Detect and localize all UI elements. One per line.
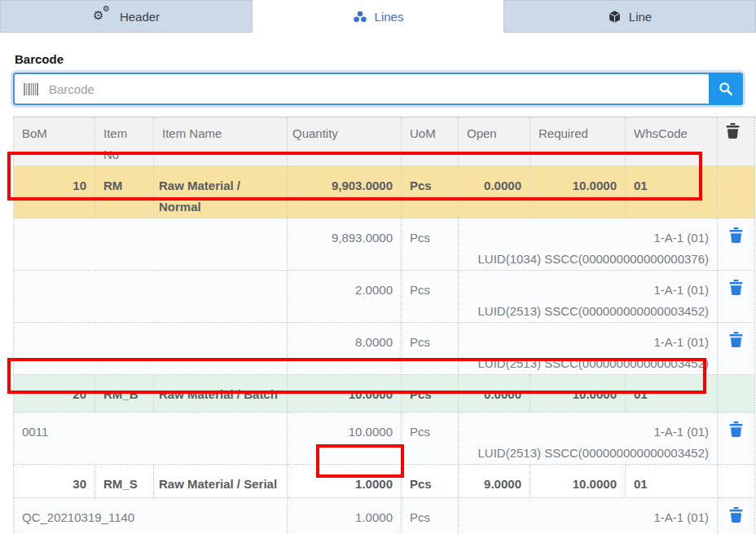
table-body: 10RMRaw Material / Normal9,903.0000Pcs0.… xyxy=(14,166,755,534)
bin-location: 1-A-1 (01) xyxy=(467,507,709,528)
cell-location: 1-A-1 (01)LUID(2513) SSCC(00000000000000… xyxy=(459,271,718,323)
cell-uom: Pcs xyxy=(402,465,459,498)
cell-whscode: 01 xyxy=(626,465,718,498)
cell-uom: Pcs xyxy=(402,218,459,271)
cell-required: 10.0000 xyxy=(530,375,626,413)
bin-location: 1-A-1 (01) xyxy=(467,332,709,353)
cell-item-no: RM xyxy=(95,166,154,218)
tab-lines[interactable]: Lines xyxy=(253,0,503,33)
col-quantity: Quantity xyxy=(288,117,402,166)
cell-uom: Pcs xyxy=(402,413,459,465)
cell-quantity: 9,893.0000 xyxy=(288,218,402,271)
cell-item-name: Raw Material / Normal xyxy=(154,166,288,218)
cell-item-no: RM_S xyxy=(95,465,154,498)
cell-batch-serial-ref: QC_20210319_1140 xyxy=(14,498,288,534)
cell-actions xyxy=(718,271,755,323)
allocation-row[interactable]: 9,893.0000Pcs1-A-1 (01)LUID(1034) SSCC(0… xyxy=(14,218,755,271)
luid-sscc: LUID(2156) SSCC(000000000000001380) xyxy=(467,528,709,534)
trash-icon[interactable] xyxy=(729,507,743,523)
cell-item-no: RM_B xyxy=(95,375,154,413)
trash-icon[interactable] xyxy=(729,227,743,243)
cell-open: 0.0000 xyxy=(459,375,530,413)
col-bom: BoM xyxy=(14,117,95,166)
cell-uom: Pcs xyxy=(402,323,459,375)
luid-sscc: LUID(2513) SSCC(000000000000003452) xyxy=(467,353,709,374)
table-header-row: BoM Item No Item Name Quantity UoM Open … xyxy=(14,117,755,166)
tab-header-label: Header xyxy=(120,10,160,24)
cell-uom: Pcs xyxy=(402,166,459,218)
cubes-icon xyxy=(353,10,367,24)
cell-quantity: 10.0000 xyxy=(288,413,402,465)
barcode-section: Barcode xyxy=(0,52,756,105)
cell-location: 1-A-1 (01)LUID(1034) SSCC(00000000000000… xyxy=(459,218,718,271)
luid-sscc: LUID(2513) SSCC(000000000000003452) xyxy=(467,443,709,464)
cell-location: 1-A-1 (01)LUID(2513) SSCC(00000000000000… xyxy=(459,413,718,465)
trash-icon[interactable] xyxy=(729,280,743,295)
cell-batch-serial-ref xyxy=(14,271,288,323)
gears-icon: ⚙︎⚙︎ xyxy=(93,8,112,24)
cell-actions xyxy=(718,498,755,534)
cell-uom: Pcs xyxy=(402,375,459,413)
col-required: Required xyxy=(530,117,626,166)
cell-bom: 30 xyxy=(14,465,95,498)
cell-batch-serial-ref xyxy=(14,323,288,375)
trash-icon[interactable] xyxy=(729,332,743,347)
item-row[interactable]: 10RMRaw Material / Normal9,903.0000Pcs0.… xyxy=(14,166,755,218)
lines-table: BoM Item No Item Name Quantity UoM Open … xyxy=(13,117,755,534)
allocation-row[interactable]: QC_20210319_11401.0000Pcs1-A-1 (01)LUID(… xyxy=(14,498,755,534)
bin-location: 1-A-1 (01) xyxy=(467,227,709,249)
trash-icon[interactable] xyxy=(729,421,743,437)
cell-quantity: 10.0000 xyxy=(288,375,402,413)
barcode-input-group xyxy=(13,73,743,105)
cell-location: 1-A-1 (01)LUID(2156) SSCC(00000000000000… xyxy=(459,498,718,534)
cell-bom: 20 xyxy=(14,375,95,413)
cell-actions xyxy=(718,375,755,413)
cell-uom: Pcs xyxy=(402,498,459,534)
cell-actions xyxy=(718,323,755,375)
cube-icon xyxy=(608,10,622,24)
page: ⚙︎⚙︎ Header Lines Line Barcode xyxy=(0,0,756,534)
search-icon xyxy=(719,82,733,96)
item-row[interactable]: 20RM_BRaw Material / Batch10.0000Pcs0.00… xyxy=(14,375,755,413)
barcode-input[interactable] xyxy=(13,73,743,105)
cell-actions xyxy=(718,218,755,271)
search-button[interactable] xyxy=(709,73,743,105)
cell-batch-serial-ref: 0011 xyxy=(14,413,288,465)
allocation-row[interactable]: 2.0000Pcs1-A-1 (01)LUID(2513) SSCC(00000… xyxy=(14,271,755,323)
cell-quantity: 1.0000 xyxy=(288,498,402,534)
item-row[interactable]: 30RM_SRaw Material / Serial1.0000Pcs9.00… xyxy=(14,465,755,498)
bin-location: 1-A-1 (01) xyxy=(467,421,709,443)
allocation-row[interactable]: 8.0000Pcs1-A-1 (01)LUID(2513) SSCC(00000… xyxy=(14,323,755,375)
cell-location: 1-A-1 (01)LUID(2513) SSCC(00000000000000… xyxy=(459,323,718,375)
col-uom: UoM xyxy=(402,117,459,166)
cell-actions xyxy=(718,166,755,218)
cell-bom: 10 xyxy=(14,166,95,218)
barcode-label: Barcode xyxy=(15,52,756,66)
col-item-no: Item No xyxy=(95,117,154,166)
cell-whscode: 01 xyxy=(626,166,718,218)
tab-lines-label: Lines xyxy=(375,10,404,24)
col-whscode: WhsCode xyxy=(626,117,718,166)
cell-whscode: 01 xyxy=(626,375,718,413)
cell-item-name: Raw Material / Batch xyxy=(154,375,288,413)
cell-item-name: Raw Material / Serial xyxy=(154,465,288,498)
col-open: Open xyxy=(459,117,530,166)
cell-quantity: 9,903.0000 xyxy=(288,166,402,218)
bin-location: 1-A-1 (01) xyxy=(467,280,709,301)
trash-icon[interactable] xyxy=(726,123,740,139)
cell-quantity: 2.0000 xyxy=(288,271,402,323)
cell-required: 10.0000 xyxy=(530,166,626,218)
cell-open: 0.0000 xyxy=(459,166,530,218)
tab-line-label: Line xyxy=(629,10,652,24)
cell-open: 9.0000 xyxy=(459,465,530,498)
allocation-row[interactable]: 001110.0000Pcs1-A-1 (01)LUID(2513) SSCC(… xyxy=(14,413,755,465)
luid-sscc: LUID(1034) SSCC(000000000000000376) xyxy=(467,249,709,270)
cell-quantity: 1.0000 xyxy=(288,465,402,498)
col-actions xyxy=(718,117,755,166)
cell-batch-serial-ref xyxy=(14,218,288,271)
cell-quantity: 8.0000 xyxy=(288,323,402,375)
tab-header[interactable]: ⚙︎⚙︎ Header xyxy=(0,0,253,33)
tab-line[interactable]: Line xyxy=(503,0,756,33)
cell-actions xyxy=(718,465,755,498)
tab-bar: ⚙︎⚙︎ Header Lines Line xyxy=(0,0,756,33)
